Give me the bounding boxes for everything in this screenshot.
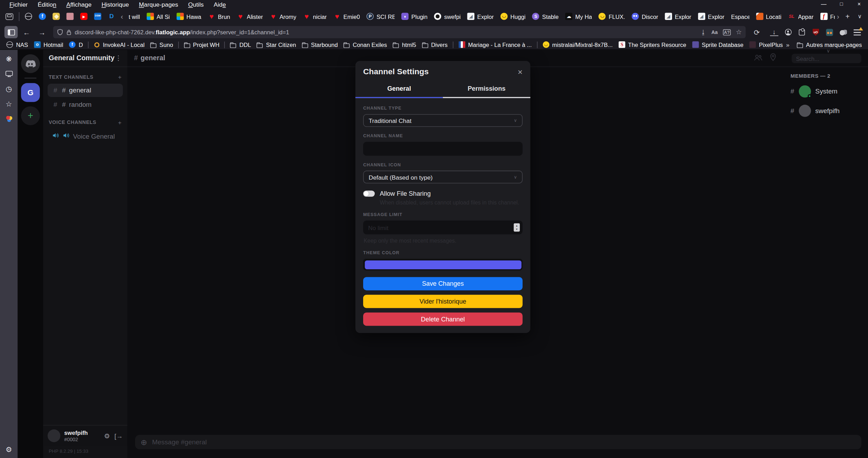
- firefox-view-button[interactable]: [2, 10, 16, 23]
- tab-niciar[interactable]: niciar: [299, 10, 330, 23]
- modal-tab-permissions[interactable]: Permissions: [443, 81, 530, 98]
- bookmark-hotmail[interactable]: Hotmail: [31, 41, 66, 49]
- save-page-icon[interactable]: ⭳: [700, 29, 706, 35]
- bookmark-divers[interactable]: Divers: [419, 41, 450, 48]
- pinned-tab-yellowapp[interactable]: [49, 10, 63, 23]
- tab-stable[interactable]: Stable: [529, 10, 562, 23]
- url-bar[interactable]: discord-like-php-chat-7262.dev.flatlogic…: [53, 26, 746, 38]
- extensions-puzzle-icon[interactable]: [798, 28, 806, 36]
- tab-explor[interactable]: Explor: [662, 10, 695, 23]
- pinned-tab-facebook[interactable]: [35, 10, 49, 23]
- scroll-tabs-right-button[interactable]: ›: [835, 12, 842, 21]
- tab-my-ha[interactable]: My Ha: [562, 10, 595, 23]
- modal-tab-general[interactable]: General: [355, 81, 443, 98]
- translate-icon[interactable]: Aa: [711, 29, 718, 35]
- channel-name-input[interactable]: [363, 142, 523, 156]
- bookmark-sprite-database[interactable]: Sprite Database: [689, 41, 746, 49]
- tab-huggi[interactable]: Huggi: [497, 10, 529, 23]
- tab-brun[interactable]: Brun: [205, 10, 234, 23]
- synced-tabs-icon[interactable]: [5, 69, 13, 78]
- bookmark-invokeai-local[interactable]: InvokeAI - Local: [91, 41, 147, 48]
- tab-appar[interactable]: Appar: [785, 10, 817, 23]
- forward-button[interactable]: →: [35, 26, 49, 38]
- add-text-channel-button[interactable]: +: [118, 74, 122, 80]
- add-server-button[interactable]: +: [21, 106, 40, 125]
- bookmark-d[interactable]: D: [66, 41, 86, 49]
- maximize-button[interactable]: □: [833, 0, 851, 8]
- new-tab-button[interactable]: +: [841, 10, 854, 23]
- pinned-tab-globe[interactable]: [22, 10, 36, 23]
- bookmarks-overflow-chevron[interactable]: »: [784, 41, 790, 48]
- tab-flux-[interactable]: FLUX.: [595, 10, 629, 23]
- bookmark-conan-exiles[interactable]: Conan Exiles: [340, 41, 390, 48]
- channel-icon-select[interactable]: Default (Based on type) ∨: [363, 171, 523, 183]
- modal-close-icon[interactable]: ×: [518, 67, 523, 76]
- search-input[interactable]: [792, 54, 861, 63]
- gray-extension-icon[interactable]: [839, 28, 848, 36]
- user-settings-gear-icon[interactable]: ⚙: [104, 432, 110, 439]
- bookmark-starbound[interactable]: Starbound: [299, 41, 340, 48]
- app-menu-icon[interactable]: [853, 28, 861, 36]
- pinned-tab-youtube[interactable]: [77, 10, 91, 23]
- channel-type-select[interactable]: Traditional Chat ∨: [363, 114, 523, 127]
- tab-t-will[interactable]: t will: [125, 10, 143, 23]
- number-spinner[interactable]: ▲▼: [514, 223, 520, 232]
- chevron-down-icon[interactable]: ∨: [826, 48, 830, 54]
- tab-aromy[interactable]: Aromy: [266, 10, 299, 23]
- bookmark-the-spriters-resource[interactable]: The Spriters Resource: [615, 41, 689, 49]
- bookmark-mistralai-mixtral-8x7b-[interactable]: mistralai/Mixtral-8x7B...: [539, 41, 615, 49]
- pinned-tab-pixelpet[interactable]: [63, 10, 77, 23]
- tab-all-si[interactable]: All Si: [143, 10, 173, 23]
- bookmark-suno[interactable]: Suno: [147, 41, 176, 48]
- back-button[interactable]: ←: [20, 26, 33, 38]
- reader-mode-icon[interactable]: A?: [723, 29, 731, 35]
- delete-channel-button[interactable]: Delete Channel: [363, 312, 523, 326]
- profile-icon[interactable]: [5, 114, 13, 123]
- lock-icon[interactable]: [66, 29, 71, 35]
- reload-button[interactable]: ⟳: [750, 26, 763, 38]
- tab-espace-cli[interactable]: Espace cli: [728, 10, 753, 23]
- bookmark-mariage-la-france-[interactable]: Mariage - La France à ...: [456, 41, 535, 49]
- downloads-icon[interactable]: ↓: [770, 28, 778, 36]
- tab-swefpi[interactable]: swefpi: [431, 10, 464, 23]
- member-system[interactable]: #System: [791, 85, 862, 98]
- channel-random[interactable]: ##random: [48, 98, 123, 111]
- tracking-protection-shield-icon[interactable]: [57, 29, 63, 35]
- url-text[interactable]: discord-like-php-chat-7262.dev.flatlogic…: [75, 29, 695, 35]
- tab-explor[interactable]: Explor: [694, 10, 728, 23]
- menu-item-affichage[interactable]: Affichage: [61, 1, 97, 7]
- tab-locati[interactable]: Locati: [753, 10, 785, 23]
- minimize-button[interactable]: —: [815, 0, 833, 8]
- ai-chatbot-icon[interactable]: ❋: [5, 54, 13, 63]
- pinned-messages-icon[interactable]: [770, 53, 776, 63]
- scroll-tabs-left-button[interactable]: ‹: [119, 12, 126, 21]
- bookmark-nas[interactable]: NAS: [3, 41, 30, 49]
- clear-history-button[interactable]: Vider l'historique: [363, 295, 523, 308]
- close-window-button[interactable]: ×: [850, 0, 868, 8]
- tab-free-[interactable]: Free :: [817, 10, 835, 23]
- home-discord-button[interactable]: [21, 54, 40, 73]
- member-swefpifh[interactable]: #swefpifh: [791, 105, 862, 117]
- bookmark-pixelplush-studio-pix-[interactable]: PixelPlush Studio - Pix...: [746, 41, 783, 49]
- bookmark-star-citizen[interactable]: Star Citizen: [254, 41, 299, 48]
- sidebar-toggle-button[interactable]: [5, 26, 18, 38]
- menu-item-marque-pages[interactable]: Marque-pages: [134, 1, 183, 7]
- server-header[interactable]: General Community ⋮: [43, 50, 127, 67]
- members-toggle-icon[interactable]: [754, 53, 762, 63]
- add-voice-channel-button[interactable]: +: [118, 119, 122, 126]
- menu-item-outils[interactable]: Outils: [183, 1, 209, 7]
- file-sharing-toggle[interactable]: [363, 190, 375, 196]
- pinned-tab-synology[interactable]: [105, 10, 119, 23]
- menu-item-édition[interactable]: Édition: [33, 1, 61, 7]
- menu-item-aide[interactable]: Aide: [209, 1, 231, 7]
- tab-emie0[interactable]: Emie0: [330, 10, 364, 23]
- server-button-general-community[interactable]: G: [21, 83, 40, 102]
- save-changes-button[interactable]: Save Changes: [363, 277, 523, 290]
- server-menu-kebab-icon[interactable]: ⋮: [115, 54, 122, 62]
- account-icon[interactable]: [784, 28, 792, 36]
- voice-channel-voice-general[interactable]: Voice General: [48, 129, 123, 144]
- channel-general[interactable]: ##general: [48, 84, 123, 97]
- logout-icon[interactable]: [→: [114, 432, 123, 439]
- tab-plugin[interactable]: Plugin: [398, 10, 431, 23]
- menu-item-historique[interactable]: Historique: [97, 1, 134, 7]
